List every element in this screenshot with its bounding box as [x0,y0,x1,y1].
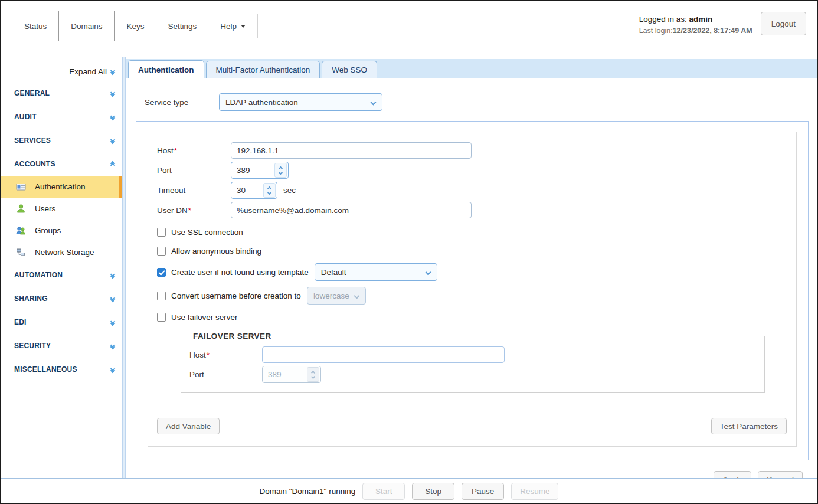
timeout-input[interactable] [231,186,263,195]
sidebar-section-miscellaneous[interactable]: MISCELLANEOUS [1,358,122,381]
use-ssl-label[interactable]: Use SSL connection [171,228,243,237]
sidebar-item-users[interactable]: Users [1,198,122,220]
expand-all-label: Expand All [69,67,107,76]
chevron-down-icon [354,293,359,299]
ldap-settings-box: Host* Port Timeout [148,132,797,447]
tab-authentication[interactable]: Authentication [128,60,204,78]
sidebar-item-label: Network Storage [35,248,94,257]
double-chevron-down-icon [111,343,114,349]
resume-button: Resume [511,483,558,500]
port-input[interactable] [231,166,274,175]
double-chevron-down-icon [111,69,114,74]
port-stepper [231,162,289,179]
nav-domains[interactable]: Domains [58,11,114,41]
port-row: Port [157,162,787,179]
sidebar-section-services[interactable]: SERVICES [1,129,122,152]
sidebar-item-label: Authentication [35,182,86,191]
spinner-buttons[interactable] [263,183,276,198]
caret-down-icon [241,25,246,28]
app-window: Status Domains Keys Settings Help Logged… [0,0,818,504]
port-label: Port [157,166,231,175]
required-asterisk: * [174,146,177,155]
spinner-up-icon [279,166,283,170]
main-nav: Status Domains Keys Settings Help [12,14,258,38]
spinner-up-icon [267,186,271,190]
spinner-down-icon [311,374,315,378]
nav-help-label: Help [220,22,237,31]
sidebar: Expand All GENERAL AUDIT SERVICES ACCOUN… [1,57,122,478]
timeout-row: Timeout sec [157,182,787,199]
use-ssl-row: Use SSL connection [157,225,787,238]
sidebar-item-authentication[interactable]: Authentication [1,176,122,198]
use-failover-checkbox[interactable] [157,313,166,322]
tab-web-sso[interactable]: Web SSO [322,61,377,78]
sidebar-section-security[interactable]: SECURITY [1,334,122,358]
pause-button[interactable]: Pause [462,483,504,500]
double-chevron-down-icon [111,91,114,96]
logout-button[interactable]: Logout [761,12,806,35]
double-chevron-down-icon [111,114,114,120]
nav-help[interactable]: Help [208,14,257,38]
tab-multi-factor-authentication[interactable]: Multi-Factor Authentication [206,61,320,78]
service-type-value: LDAP authentication [225,98,298,107]
anonymous-binding-label[interactable]: Allow anonymous binding [171,247,261,256]
sidebar-item-groups[interactable]: Groups [1,220,122,241]
failover-port-stepper [262,366,321,383]
failover-port-label: Port [189,370,262,379]
template-select-value: Default [321,268,346,277]
start-button: Start [362,483,405,500]
service-type-row: Service type LDAP authentication [145,93,817,111]
double-chevron-down-icon [111,320,114,325]
sidebar-section-automation[interactable]: AUTOMATION [1,263,122,287]
failover-host-input[interactable] [262,346,505,363]
id-card-icon [16,182,26,192]
add-variable-button[interactable]: Add Variable [157,418,220,434]
create-user-template-checkbox[interactable] [157,268,166,277]
use-failover-label[interactable]: Use failover server [171,313,238,322]
login-area: Logged in as: admin Last login:12/23/202… [639,12,806,36]
domain-status-text: Domain "Domain1" running [260,487,356,496]
case-select-value: lowercase [313,292,349,300]
expand-all-button[interactable]: Expand All [1,62,122,81]
convert-username-checkbox[interactable] [157,292,166,300]
stop-button[interactable]: Stop [412,483,454,500]
user-dn-label: User DN [157,206,188,215]
nav-keys[interactable]: Keys [115,14,156,38]
failover-port-input [263,370,307,379]
convert-username-label[interactable]: Convert username before creation to [171,292,301,300]
sidebar-item-network-storage[interactable]: Network Storage [1,241,122,263]
create-user-template-label[interactable]: Create user if not found using template [171,268,309,277]
convert-username-row: Convert username before creation to lowe… [157,287,787,305]
network-computers-icon [16,247,26,257]
top-header: Status Domains Keys Settings Help Logged… [1,1,817,57]
sidebar-section-general[interactable]: GENERAL [1,81,122,105]
sidebar-section-accounts[interactable]: ACCOUNTS [1,152,122,176]
sidebar-section-audit[interactable]: AUDIT [1,105,122,129]
user-icon [16,204,26,214]
service-type-select[interactable]: LDAP authentication [219,93,382,111]
use-ssl-checkbox[interactable] [157,228,166,237]
last-login-value: 12/23/2022, 8:17:49 AM [673,27,752,35]
spinner-buttons[interactable] [274,163,287,178]
host-label: Host [157,146,174,155]
double-chevron-down-icon [111,138,114,143]
timeout-unit-label: sec [283,186,296,195]
nav-status[interactable]: Status [12,14,58,38]
user-dn-input[interactable] [231,202,472,218]
body-row: Expand All GENERAL AUDIT SERVICES ACCOUN… [1,57,817,478]
tab-strip: Authentication Multi-Factor Authenticati… [126,59,817,78]
failover-host-label: Host [189,351,206,359]
sidebar-item-label: Users [35,204,55,213]
last-login: Last login:12/23/2022, 8:17:49 AM [639,25,752,36]
nav-settings[interactable]: Settings [156,14,209,38]
template-select[interactable]: Default [315,263,437,281]
sidebar-section-edi[interactable]: EDI [1,310,122,334]
login-info: Logged in as: admin Last login:12/23/202… [639,12,752,36]
test-parameters-button[interactable]: Test Parameters [711,418,787,434]
host-input[interactable] [231,142,472,159]
failover-server-fieldset: FAILOVER SERVER Host* Port [181,332,765,393]
chevron-down-icon [371,100,377,106]
sidebar-section-sharing[interactable]: SHARING [1,287,122,310]
service-type-label: Service type [145,98,219,107]
anonymous-binding-checkbox[interactable] [157,247,166,256]
